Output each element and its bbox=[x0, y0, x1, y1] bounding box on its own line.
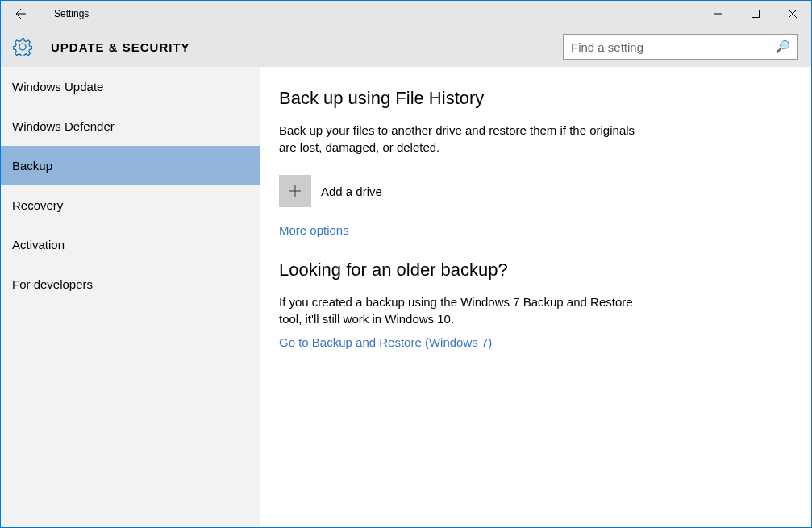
more-options-link[interactable]: More options bbox=[279, 223, 792, 237]
sidebar-item-label: Windows Update bbox=[12, 80, 103, 94]
gear-icon bbox=[12, 36, 33, 57]
header: UPDATE & SECURITY 🔍 bbox=[1, 27, 811, 67]
sidebar-item-windows-defender[interactable]: Windows Defender bbox=[1, 106, 260, 146]
minimize-button[interactable] bbox=[700, 1, 737, 27]
plus-icon bbox=[279, 175, 311, 207]
sidebar-item-recovery[interactable]: Recovery bbox=[1, 185, 260, 225]
sidebar-item-backup[interactable]: Backup bbox=[1, 146, 260, 185]
section-desc-older-backup: If you created a backup using the Window… bbox=[279, 293, 646, 327]
section-title-older-backup: Looking for an older backup? bbox=[279, 260, 792, 281]
search-icon: 🔍 bbox=[775, 39, 790, 54]
title-bar: Settings bbox=[1, 1, 811, 27]
maximize-button[interactable] bbox=[737, 1, 774, 27]
svg-rect-1 bbox=[752, 10, 760, 18]
add-drive-button[interactable]: Add a drive bbox=[279, 175, 792, 207]
section-title-file-history: Back up using File History bbox=[279, 88, 792, 109]
add-drive-label: Add a drive bbox=[321, 185, 382, 198]
sidebar-item-windows-update[interactable]: Windows Update bbox=[1, 67, 260, 106]
sidebar-item-label: For developers bbox=[12, 277, 93, 291]
page-title: UPDATE & SECURITY bbox=[51, 40, 190, 54]
window-controls bbox=[700, 1, 811, 27]
sidebar-item-activation[interactable]: Activation bbox=[1, 225, 260, 264]
minimize-icon bbox=[714, 10, 722, 18]
close-icon bbox=[789, 10, 797, 18]
backup-restore-win7-link[interactable]: Go to Backup and Restore (Windows 7) bbox=[279, 335, 792, 349]
arrow-left-icon bbox=[15, 7, 27, 20]
sidebar-item-label: Backup bbox=[12, 159, 52, 173]
header-left: UPDATE & SECURITY bbox=[12, 36, 190, 57]
section-desc-file-history: Back up your files to another drive and … bbox=[279, 122, 646, 156]
back-button[interactable] bbox=[1, 1, 41, 27]
window-title: Settings bbox=[54, 8, 89, 19]
search-box[interactable]: 🔍 bbox=[563, 34, 798, 60]
body-area: Windows Update Windows Defender Backup R… bbox=[1, 67, 811, 527]
sidebar: Windows Update Windows Defender Backup R… bbox=[1, 67, 260, 527]
main-content: Back up using File History Back up your … bbox=[260, 67, 811, 527]
maximize-icon bbox=[752, 10, 760, 18]
sidebar-item-label: Windows Defender bbox=[12, 119, 115, 133]
search-input[interactable] bbox=[571, 40, 775, 54]
sidebar-item-label: Recovery bbox=[12, 198, 63, 212]
close-button[interactable] bbox=[774, 1, 811, 27]
sidebar-item-label: Activation bbox=[12, 238, 65, 252]
sidebar-item-for-developers[interactable]: For developers bbox=[1, 264, 260, 304]
